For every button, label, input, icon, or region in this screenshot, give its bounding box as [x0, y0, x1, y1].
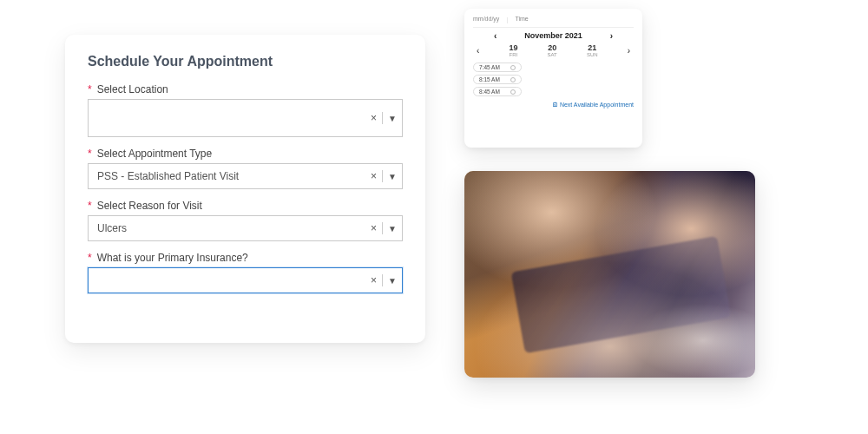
calendar-icon: 🗓 — [552, 102, 558, 108]
label-reason: Select Reason for Visit — [97, 200, 202, 212]
label-location: Select Location — [97, 83, 168, 95]
schedule-form-card: Schedule Your Appointment * Select Locat… — [65, 35, 425, 343]
time-slot-label: 8:15 AM — [479, 76, 500, 82]
time-slots: 7:45 AM 8:15 AM 8:45 AM — [473, 62, 634, 96]
time-slot-label: 8:45 AM — [479, 89, 500, 95]
clear-icon[interactable]: × — [371, 274, 377, 286]
date-input[interactable]: mm/dd/yy — [473, 16, 499, 23]
divider — [382, 222, 383, 234]
select-reason[interactable]: Ulcers × ▼ — [88, 215, 403, 241]
required-asterisk: * — [88, 148, 92, 159]
chevron-down-icon[interactable]: ▼ — [388, 224, 397, 233]
calendar-card: mm/dd/yy | Time ‹ November 2021 › ‹ 19 F… — [464, 9, 642, 148]
calendar-day-row: ‹ 19 FRI 20 SAT 21 SUN › — [473, 43, 634, 57]
clear-icon[interactable]: × — [371, 170, 377, 182]
radio-icon — [510, 65, 516, 70]
divider — [382, 112, 383, 124]
day-num: 21 — [587, 43, 598, 52]
clear-icon[interactable]: × — [371, 112, 377, 124]
chevron-down-icon[interactable]: ▼ — [388, 276, 397, 286]
field-appointment-type: * Select Appointment Type PSS - Establis… — [88, 148, 403, 189]
select-insurance[interactable]: × ▼ — [88, 267, 403, 293]
time-slot[interactable]: 8:15 AM — [473, 75, 522, 84]
select-location[interactable]: × ▼ — [88, 99, 403, 137]
required-asterisk: * — [88, 84, 92, 95]
select-reason-value: Ulcers — [97, 222, 127, 234]
divider: | — [506, 16, 508, 23]
calendar-day[interactable]: 19 FRI — [509, 43, 517, 57]
time-slot[interactable]: 7:45 AM — [473, 62, 522, 72]
calendar-month-label: November 2021 — [524, 31, 582, 40]
select-appointment-type[interactable]: PSS - Established Patient Visit × ▼ — [88, 163, 403, 189]
form-title: Schedule Your Appointment — [88, 54, 403, 69]
calendar-inputs: mm/dd/yy | Time — [473, 16, 634, 28]
time-slot[interactable]: 8:45 AM — [473, 87, 522, 96]
next-available-link[interactable]: 🗓Next Available Appointment — [473, 102, 634, 108]
radio-icon — [510, 77, 516, 82]
label-insurance: What is your Primary Insurance? — [97, 252, 248, 264]
month-next-button[interactable]: › — [610, 31, 613, 41]
required-asterisk: * — [88, 253, 92, 263]
day-prev-button[interactable]: ‹ — [477, 46, 479, 56]
month-prev-button[interactable]: ‹ — [494, 31, 496, 41]
radio-icon — [510, 89, 516, 95]
field-insurance: * What is your Primary Insurance? × ▼ — [88, 252, 403, 293]
calendar-day[interactable]: 20 SAT — [548, 43, 557, 57]
divider — [382, 170, 383, 182]
day-num: 19 — [509, 43, 517, 52]
next-available-label: Next Available Appointment — [560, 102, 634, 108]
calendar-day[interactable]: 21 SUN — [587, 43, 598, 57]
time-input[interactable]: Time — [515, 16, 528, 23]
field-reason: * Select Reason for Visit Ulcers × ▼ — [88, 200, 403, 241]
label-appointment-type: Select Appointment Type — [97, 148, 213, 160]
select-appointment-type-value: PSS - Established Patient Visit — [97, 170, 239, 182]
day-num: 20 — [548, 43, 557, 52]
calendar-month-row: ‹ November 2021 › — [473, 31, 634, 40]
day-dow: FRI — [509, 52, 517, 57]
day-next-button[interactable]: › — [628, 46, 630, 56]
clear-icon[interactable]: × — [371, 222, 377, 234]
chevron-down-icon[interactable]: ▼ — [388, 114, 397, 123]
photo-hands-phone — [464, 171, 755, 378]
field-location: * Select Location × ▼ — [88, 83, 403, 137]
chevron-down-icon[interactable]: ▼ — [388, 172, 397, 181]
day-dow: SAT — [548, 52, 557, 57]
required-asterisk: * — [88, 201, 92, 211]
time-slot-label: 7:45 AM — [479, 64, 500, 70]
divider — [382, 274, 383, 286]
day-dow: SUN — [587, 52, 598, 57]
